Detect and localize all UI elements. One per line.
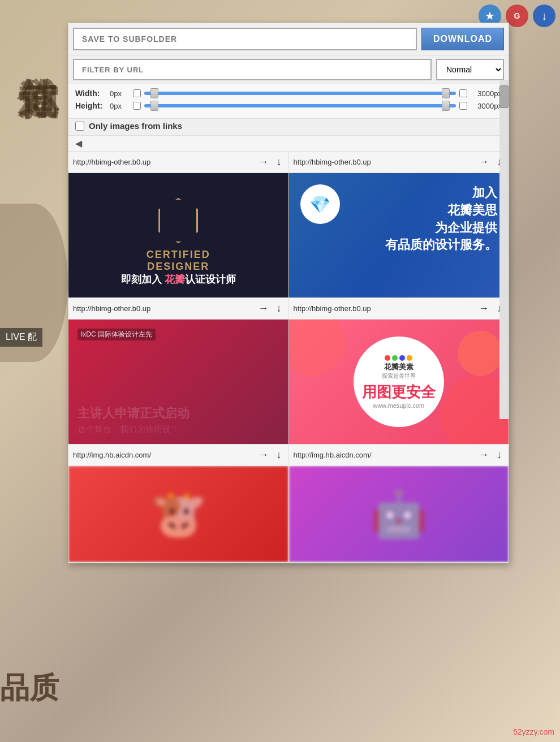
- scroll-left-arrow[interactable]: ◀: [75, 138, 82, 149]
- filter-url-input[interactable]: [73, 59, 432, 80]
- robot-blur: 🤖: [371, 488, 427, 541]
- image-url-text-4: http://hbimg-other.b0.up: [294, 304, 473, 313]
- watermark: 52yzzy.com: [513, 727, 554, 736]
- ixdc-conference-image: IxDC 国际体验设计左先 主讲人申请正式启动 这个舞台，我们为你而设！: [68, 320, 288, 444]
- mesupic-logo-dots: [385, 355, 412, 361]
- width-slider-thumb-left[interactable]: [150, 88, 158, 98]
- image-preview-4: 花瓣美素 探索超美世界 用图更安全 www.mesupic.com: [289, 320, 509, 444]
- download-button[interactable]: DOWNLOAD: [421, 28, 504, 50]
- image-cell-3: http://hbimg-other.b0.up → ↓ IxDC 国际体验设计…: [68, 298, 289, 444]
- width-max-checkbox[interactable]: [459, 89, 467, 97]
- only-links-row: Only images from links: [68, 119, 509, 136]
- image-cell-4: http://hbimg-other.b0.up → ↓: [289, 298, 509, 444]
- popup-header: DOWNLOAD: [68, 23, 509, 55]
- height-min-checkbox[interactable]: [133, 102, 141, 110]
- mesupic-image: 花瓣美素 探索超美世界 用图更安全 www.mesupic.com: [289, 320, 509, 444]
- filter-type-select[interactable]: Normal Wider Taller Larger: [436, 59, 504, 80]
- image-url-bar-2: http://hbimg-other.b0.up → ↓: [289, 152, 509, 173]
- huaban-promo-text: 加入花瓣美思为企业提供有品质的设计服务。: [385, 184, 497, 254]
- image-open-link-4[interactable]: →: [476, 301, 491, 316]
- height-label: Height:: [75, 101, 106, 110]
- width-min-checkbox[interactable]: [133, 89, 141, 97]
- image-url-text-3: http://hbimg-other.b0.up: [73, 304, 253, 313]
- image-url-text-5: http://img.hb.aicdn.com/: [73, 451, 253, 459]
- image-open-link-2[interactable]: →: [476, 155, 491, 169]
- height-slider-thumb-left[interactable]: [150, 101, 158, 111]
- bg-live-text: LIVE 配: [0, 328, 42, 347]
- image-downloader-popup: DOWNLOAD Normal Wider Taller Larger Widt…: [68, 23, 509, 563]
- image-preview-3: IxDC 国际体验设计左先 主讲人申请正式启动 这个舞台，我们为你而设！: [68, 320, 288, 444]
- width-slider-track[interactable]: [144, 92, 456, 95]
- width-slider-row: Width: 0px 3000px: [75, 89, 502, 98]
- certified-designer-image: CERTIFIED DESIGNER 即刻加入 花瓣认证设计师: [68, 173, 288, 297]
- image-url-bar-4: http://hbimg-other.b0.up → ↓: [289, 298, 509, 320]
- image-url-bar-5: http://img.hb.aicdn.com/ → ↓: [68, 445, 288, 466]
- filter-row: Normal Wider Taller Larger: [68, 55, 509, 84]
- image-url-text-2: http://hbimg-other.b0.up: [294, 158, 473, 166]
- image-download-btn-3[interactable]: ↓: [274, 301, 284, 316]
- mesupic-tagline: 探索超美世界: [382, 372, 416, 380]
- red-char-blur: 🐮: [150, 488, 206, 541]
- mesupic-circle: 花瓣美素 探索超美世界 用图更安全 www.mesupic.com: [354, 337, 444, 427]
- height-slider-track[interactable]: [144, 104, 456, 107]
- sliders-section: Width: 0px 3000px Height: 0px 3000px: [68, 84, 509, 119]
- height-max-checkbox[interactable]: [459, 102, 467, 110]
- width-min-value: 0px: [110, 89, 130, 98]
- image-open-link-5[interactable]: →: [256, 448, 271, 462]
- image-url-text-1: http://hbimg-other.b0.up: [73, 158, 253, 166]
- image-row-2: http://hbimg-other.b0.up → ↓ IxDC 国际体验设计…: [68, 298, 509, 445]
- image-cell-2: http://hbimg-other.b0.up → ↓ 💎 加入花瓣美思为企业…: [289, 152, 509, 297]
- robot-image: 🤖: [289, 466, 509, 562]
- google-label: G: [514, 11, 520, 20]
- image-url-text-6: http://img.hb.aicdn.com/: [294, 451, 473, 459]
- hexagon-shape: [158, 198, 198, 243]
- image-preview-6: 🤖: [289, 466, 509, 562]
- image-cell-5: http://img.hb.aicdn.com/ → ↓ 🐮: [68, 445, 289, 562]
- only-links-checkbox[interactable]: [75, 122, 84, 131]
- image-open-link-3[interactable]: →: [256, 301, 271, 316]
- height-slider-row: Height: 0px 3000px: [75, 101, 502, 110]
- image-download-btn-1[interactable]: ↓: [274, 155, 284, 169]
- image-download-btn-6[interactable]: ↓: [494, 448, 504, 462]
- width-label: Width:: [75, 89, 106, 98]
- mesupic-name: 花瓣美素: [384, 362, 413, 372]
- huaban-meisi-image: 💎 加入花瓣美思为企业提供有品质的设计服务。: [289, 173, 509, 297]
- join-text-cn: 即刻加入 花瓣认证设计师: [68, 273, 288, 286]
- red-character-image: 🐮: [68, 466, 288, 562]
- image-preview-5: 🐮: [68, 466, 288, 562]
- width-max-value: 3000px: [471, 89, 502, 98]
- popup-scrollbar[interactable]: [499, 80, 509, 419]
- subfolder-input[interactable]: [73, 28, 417, 50]
- extension-download-icon-button[interactable]: ↓: [533, 5, 555, 27]
- image-url-bar-3: http://hbimg-other.b0.up → ↓: [68, 298, 288, 320]
- width-slider-thumb-right[interactable]: [442, 88, 450, 98]
- image-open-link-6[interactable]: →: [476, 448, 491, 462]
- huaban-logo-circle: 💎: [300, 184, 340, 224]
- image-preview-2: 💎 加入花瓣美思为企业提供有品质的设计服务。: [289, 173, 509, 297]
- image-download-btn-5[interactable]: ↓: [274, 448, 284, 462]
- image-url-bar-1: http://hbimg-other.b0.up → ↓: [68, 152, 288, 173]
- image-open-link-1[interactable]: →: [256, 155, 271, 169]
- certified-text: CERTIFIED: [147, 249, 210, 261]
- petal-3: [458, 331, 503, 376]
- mesupic-url: www.mesupic.com: [373, 402, 424, 409]
- images-grid: http://hbimg-other.b0.up → ↓ CERTIFIED D…: [68, 152, 509, 563]
- huaban-logo-m: 💎: [309, 195, 330, 214]
- petal-2: [441, 376, 509, 444]
- image-row-3: http://img.hb.aicdn.com/ → ↓ 🐮 http://im…: [68, 445, 509, 563]
- image-url-bar-6: http://img.hb.aicdn.com/ → ↓: [289, 445, 509, 466]
- bg-bottom-text: 品质: [0, 668, 59, 708]
- image-row-1: http://hbimg-other.b0.up → ↓ CERTIFIED D…: [68, 152, 509, 298]
- height-slider-thumb-right[interactable]: [442, 101, 450, 111]
- image-cell-6: http://img.hb.aicdn.com/ → ↓ 🤖: [289, 445, 509, 562]
- height-min-value: 0px: [110, 102, 130, 110]
- only-links-label: Only images from links: [89, 121, 182, 131]
- image-preview-1: CERTIFIED DESIGNER 即刻加入 花瓣认证设计师: [68, 173, 288, 297]
- designer-text: DESIGNER: [147, 261, 209, 273]
- scrollbar-thumb[interactable]: [499, 85, 509, 108]
- scroll-indicator: ◀: [68, 136, 509, 152]
- height-max-value: 3000px: [471, 102, 502, 110]
- petal-1: [289, 320, 346, 376]
- mesupic-main-text: 用图更安全: [362, 382, 436, 402]
- google-icon-button[interactable]: G: [506, 5, 528, 27]
